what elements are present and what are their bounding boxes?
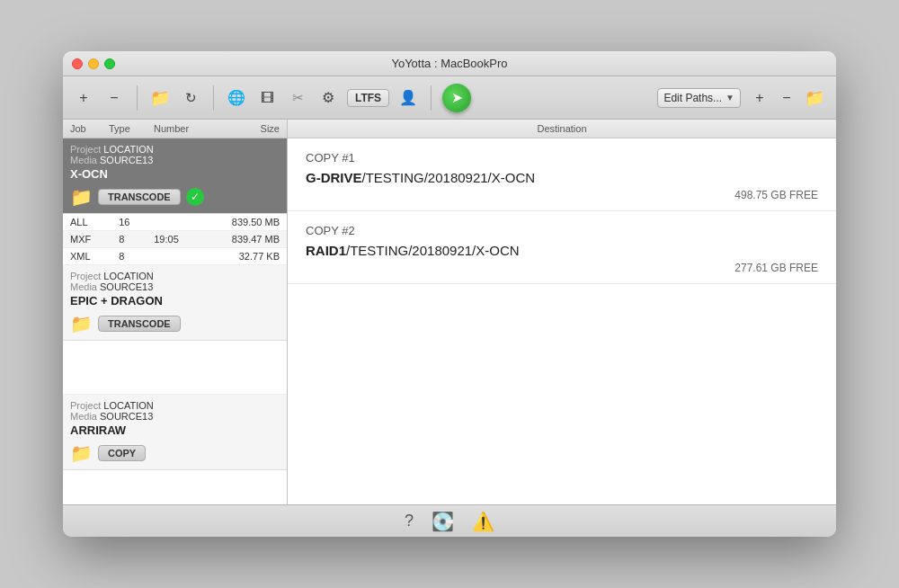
job3-project-label: Project xyxy=(70,400,103,411)
job1-data-table: ALL 16 839.50 MB MXF 8 19:05 839.47 MB xyxy=(63,214,287,265)
toolbar-sep-2 xyxy=(213,85,214,111)
copy2-free: 277.61 GB FREE xyxy=(306,262,818,274)
jobs-list: Project LOCATION Media SOURCE13 X-OCN 📁 … xyxy=(63,138,287,504)
row1-duration xyxy=(147,214,200,231)
job-item-2[interactable]: Project LOCATION Media SOURCE13 EPIC + D… xyxy=(63,265,287,341)
person-button[interactable]: 👤 xyxy=(396,86,420,110)
row3-duration xyxy=(147,248,200,265)
maximize-button[interactable] xyxy=(104,58,115,69)
copy1-free: 498.75 GB FREE xyxy=(306,189,818,201)
col-number: Number xyxy=(154,123,208,134)
edit-paths-label: Edit Paths... xyxy=(663,92,722,104)
job-item-3[interactable]: Project LOCATION Media SOURCE13 ARRIRAW … xyxy=(63,395,287,470)
minimize-button[interactable] xyxy=(88,58,99,69)
destination-folder-icon: 📁 xyxy=(802,85,827,111)
row3-type: XML xyxy=(63,248,111,265)
dropdown-arrow-icon: ▼ xyxy=(725,93,734,102)
job1-controls: 📁 TRANSCODE ✓ xyxy=(70,186,280,208)
globe-button[interactable]: 🌐 xyxy=(225,86,248,110)
row2-duration: 19:05 xyxy=(147,231,200,248)
film-button[interactable]: 🎞 xyxy=(255,86,279,110)
go-button[interactable]: ➤ xyxy=(442,84,471,112)
job2-project-value: LOCATION xyxy=(103,271,153,281)
toolbar-sep-3 xyxy=(431,85,432,111)
toolbar-sep-1 xyxy=(137,85,138,111)
statusbar: ? 💽 ⚠️ xyxy=(63,504,836,537)
close-button[interactable] xyxy=(72,58,83,69)
destination-header: Destination xyxy=(288,120,836,138)
job-item-1[interactable]: Project LOCATION Media SOURCE13 X-OCN 📁 … xyxy=(63,138,287,214)
remove-job-button[interactable]: − xyxy=(102,86,126,110)
row2-size: 839.47 MB xyxy=(200,231,287,248)
table-row: MXF 8 19:05 839.47 MB xyxy=(63,231,287,248)
job2-name: EPIC + DRAGON xyxy=(70,294,280,307)
job1-media-label: Media xyxy=(70,155,100,165)
main-content: Job Type Number Size Project LOCATION Me… xyxy=(63,120,836,504)
add-job-button[interactable]: + xyxy=(72,86,95,110)
titlebar: YoYotta : MacBookPro xyxy=(63,51,836,76)
job2-project-label: Project xyxy=(70,271,103,281)
drive-icon[interactable]: 💽 xyxy=(432,511,454,532)
job1-header: Project LOCATION Media SOURCE13 xyxy=(70,144,280,165)
toolbar: + − 📁 ↻ 🌐 🎞 ✂ ⚙ LTFS 👤 ➤ Edit Paths... ▼… xyxy=(63,76,836,120)
copy2-drive: RAID1 xyxy=(306,243,346,258)
right-panel: Destination COPY #1 G-DRIVE/TESTING/2018… xyxy=(288,120,836,504)
left-panel: Job Type Number Size Project LOCATION Me… xyxy=(63,120,288,504)
main-window: YoYotta : MacBookPro + − 📁 ↻ 🌐 🎞 ✂ ⚙ LTF… xyxy=(63,51,836,537)
job2-controls: 📁 TRANSCODE xyxy=(70,313,280,334)
copy-section-1: COPY #1 G-DRIVE/TESTING/20180921/X-OCN 4… xyxy=(288,138,836,211)
copy2-path-text: /TESTING/20180921/X-OCN xyxy=(346,243,520,258)
copy2-path: RAID1/TESTING/20180921/X-OCN xyxy=(306,243,818,258)
row3-number: 8 xyxy=(111,248,147,265)
job1-data-rows: ALL 16 839.50 MB MXF 8 19:05 839.47 MB xyxy=(63,214,287,265)
row1-type: ALL xyxy=(63,214,111,231)
col-size: Size xyxy=(208,123,280,134)
job3-folder-icon[interactable]: 📁 xyxy=(70,442,93,464)
row1-size: 839.50 MB xyxy=(200,214,287,231)
job2-media-value: SOURCE13 xyxy=(100,281,153,292)
copy1-path-text: /TESTING/20180921/X-OCN xyxy=(362,170,536,185)
window-title: YoYotta : MacBookPro xyxy=(391,57,507,70)
job1-folder-icon[interactable]: 📁 xyxy=(70,186,93,208)
table-row: XML 8 32.77 KB xyxy=(63,248,287,265)
row2-number: 8 xyxy=(111,231,147,248)
copy1-path: G-DRIVE/TESTING/20180921/X-OCN xyxy=(306,170,818,185)
toolbar-right-buttons: + − 📁 xyxy=(748,85,827,111)
copy1-drive: G-DRIVE xyxy=(306,170,362,185)
destination-panel: COPY #1 G-DRIVE/TESTING/20180921/X-OCN 4… xyxy=(288,138,836,504)
refresh-button[interactable]: ↻ xyxy=(179,86,202,110)
job1-media-value: SOURCE13 xyxy=(100,155,153,165)
job1-checkmark: ✓ xyxy=(186,188,204,206)
job2-folder-icon[interactable]: 📁 xyxy=(70,313,93,334)
gear-button[interactable]: ⚙ xyxy=(316,86,340,110)
ltfs-button[interactable]: LTFS xyxy=(347,89,389,107)
job3-name: ARRIRAW xyxy=(70,423,280,437)
job1-mode-badge[interactable]: TRANSCODE xyxy=(98,189,181,205)
job3-controls: 📁 COPY xyxy=(70,442,280,464)
job3-mode-badge[interactable]: COPY xyxy=(98,445,146,461)
job2-mode-badge[interactable]: TRANSCODE xyxy=(98,316,181,332)
column-headers: Job Type Number Size xyxy=(63,120,287,138)
add-destination-button[interactable]: + xyxy=(748,86,771,110)
edit-paths-dropdown[interactable]: Edit Paths... ▼ xyxy=(657,88,741,108)
col-job: Job xyxy=(70,123,109,134)
remove-destination-button[interactable]: − xyxy=(775,86,798,110)
copy2-label: COPY #2 xyxy=(306,224,818,237)
col-type: Type xyxy=(109,123,154,134)
table-row: ALL 16 839.50 MB xyxy=(63,214,287,231)
warning-icon[interactable]: ⚠️ xyxy=(472,511,494,532)
job1-name: X-OCN xyxy=(70,167,280,181)
job3-media-label: Media xyxy=(70,411,100,422)
traffic-lights xyxy=(72,58,115,69)
job2-header: Project LOCATION Media SOURCE13 xyxy=(70,271,280,292)
folder-button[interactable]: 📁 xyxy=(148,86,172,110)
job1-project-value: LOCATION xyxy=(103,144,153,155)
copy1-label: COPY #1 xyxy=(306,151,818,165)
job3-media-value: SOURCE13 xyxy=(100,411,153,422)
help-icon[interactable]: ? xyxy=(405,512,414,530)
go-arrow-icon: ➤ xyxy=(451,89,463,106)
row3-size: 32.77 KB xyxy=(200,248,287,265)
scissors-button[interactable]: ✂ xyxy=(286,86,309,110)
job2-media-label: Media xyxy=(70,281,100,292)
job3-data-area xyxy=(63,470,287,504)
